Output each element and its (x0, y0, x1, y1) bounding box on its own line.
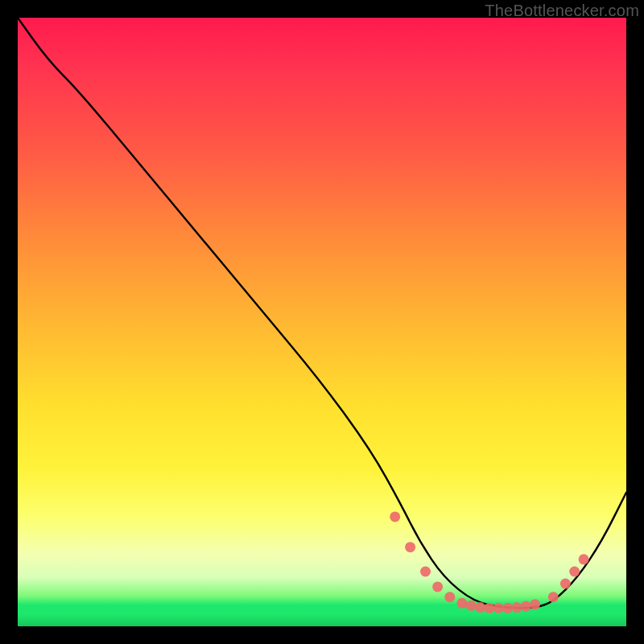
curve-marker (502, 603, 513, 613)
curve-marker (475, 602, 485, 613)
chart-stage: TheBottlenecker.com (0, 0, 644, 644)
curve-marker (569, 567, 580, 577)
curve-marker (530, 599, 540, 609)
curve-marker (579, 554, 589, 564)
curve-marker (390, 511, 400, 522)
curve-markers (390, 511, 588, 613)
curve-marker (420, 567, 431, 577)
curve-marker (456, 598, 467, 609)
curve-marker (560, 579, 571, 589)
curve-marker (466, 601, 477, 611)
curve-layer (18, 18, 626, 626)
curve-marker (484, 603, 494, 613)
curve-marker (405, 542, 415, 552)
curve-marker (432, 581, 443, 592)
curve-marker (548, 592, 559, 602)
curve-marker (493, 603, 504, 613)
curve-marker (444, 592, 455, 602)
curve-marker (511, 602, 522, 613)
bottleneck-curve (18, 18, 626, 608)
curve-marker (521, 601, 531, 612)
